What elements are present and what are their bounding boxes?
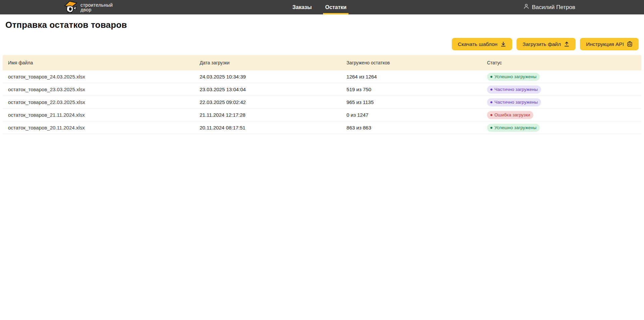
status-dot-icon — [490, 76, 492, 78]
logo-line2: двор — [80, 7, 92, 12]
logo[interactable]: строительный двор — [64, 0, 113, 14]
filename-cell: остаток_товаров_24.03.2025.xlsx — [3, 74, 194, 79]
status-label: Частично загружены — [494, 100, 538, 105]
user-menu[interactable]: Василий Петров — [523, 3, 575, 11]
top-bar-left: строительный двор — [0, 0, 288, 14]
upload-file-label: Загрузить файл — [523, 41, 561, 47]
col-header-filename: Имя файла — [3, 60, 194, 65]
status-dot-icon — [490, 127, 492, 129]
loaded-count-cell: 1264 из 1264 — [341, 74, 482, 79]
birdhouse-logo-icon — [64, 0, 78, 14]
status-label: Ошибка загрузки — [494, 112, 530, 117]
user-name: Василий Петров — [532, 4, 575, 11]
status-cell: Успешно загружены — [482, 73, 641, 81]
upload-file-button[interactable]: Загрузить файл — [517, 38, 576, 50]
status-cell: Ошибка загрузки — [482, 111, 641, 119]
status-badge: Частично загружены — [487, 98, 541, 106]
file-link[interactable]: остаток_товаров_21.11.2024.xlsx — [8, 112, 85, 118]
upload-date-cell: 24.03.2025 10:34:39 — [194, 74, 341, 79]
loaded-count-cell: 965 из 1135 — [341, 99, 482, 105]
loaded-count-cell: 863 из 863 — [341, 125, 482, 130]
status-dot-icon — [490, 114, 492, 116]
col-header-status: Статус — [482, 60, 641, 65]
status-dot-icon — [490, 89, 492, 91]
status-badge: Ошибка загрузки — [487, 111, 533, 119]
table-row: остаток_товаров_23.03.2025.xlsx 23.03.20… — [3, 83, 641, 96]
status-badge: Частично загружены — [487, 86, 541, 94]
api-instruction-button[interactable]: Инструкция API — [580, 38, 639, 50]
upload-date-cell: 23.03.2025 13:04:04 — [194, 87, 341, 92]
table-body: остаток_товаров_24.03.2025.xlsx 24.03.20… — [3, 70, 641, 134]
status-badge: Успешно загружены — [487, 73, 540, 81]
file-link[interactable]: остаток_товаров_23.03.2025.xlsx — [8, 87, 85, 92]
uploads-table: Имя файла Дата загрузки Загружено остатк… — [3, 55, 641, 134]
toolbar: Скачать шаблон Загрузить файл Инструкция… — [0, 30, 644, 55]
top-bar-right: Василий Петров — [351, 0, 644, 14]
file-link[interactable]: остаток_товаров_24.03.2025.xlsx — [8, 74, 85, 79]
nav-tab-stocks[interactable]: Остатки — [321, 0, 351, 14]
loaded-count-cell: 0 из 1247 — [341, 112, 482, 118]
table-header-row: Имя файла Дата загрузки Загружено остатк… — [3, 55, 641, 70]
top-bar: строительный двор Заказы Остатки Василий… — [0, 0, 644, 14]
upload-date-cell: 22.03.2025 09:02:42 — [194, 99, 341, 105]
status-label: Частично загружены — [494, 87, 538, 92]
filename-cell: остаток_товаров_21.11.2024.xlsx — [3, 112, 194, 118]
status-label: Успешно загружены — [494, 74, 536, 79]
status-badge: Успешно загружены — [487, 124, 540, 132]
download-template-label: Скачать шаблон — [458, 41, 497, 47]
status-dot-icon — [490, 101, 492, 103]
col-header-loaded-count: Загружено остатков — [341, 60, 482, 65]
status-label: Успешно загружены — [494, 125, 536, 130]
filename-cell: остаток_товаров_23.03.2025.xlsx — [3, 87, 194, 92]
table-row: остаток_товаров_21.11.2024.xlsx 21.11.20… — [3, 109, 641, 121]
col-header-upload-date: Дата загрузки — [194, 60, 341, 65]
table-row: остаток_товаров_20.11.2024.xlsx 20.11.20… — [3, 121, 641, 134]
person-icon — [523, 3, 529, 11]
download-template-button[interactable]: Скачать шаблон — [452, 38, 512, 50]
download-icon — [500, 41, 506, 47]
logo-text: строительный двор — [80, 3, 113, 12]
status-cell: Успешно загружены — [482, 124, 641, 132]
loaded-count-cell: 519 из 750 — [341, 87, 482, 92]
upload-icon — [564, 41, 570, 47]
status-cell: Частично загружены — [482, 98, 641, 106]
filename-cell: остаток_товаров_20.11.2024.xlsx — [3, 125, 194, 130]
filename-cell: остаток_товаров_22.03.2025.xlsx — [3, 99, 194, 105]
upload-date-cell: 21.11.2024 12:17:28 — [194, 112, 341, 118]
file-link[interactable]: остаток_товаров_20.11.2024.xlsx — [8, 125, 85, 130]
main-nav: Заказы Остатки — [288, 0, 351, 14]
upload-date-cell: 20.11.2024 08:17:51 — [194, 125, 341, 130]
code-clipboard-icon — [627, 41, 633, 47]
table-row: остаток_товаров_22.03.2025.xlsx 22.03.20… — [3, 96, 641, 109]
nav-tab-orders[interactable]: Заказы — [288, 0, 316, 14]
table-row: остаток_товаров_24.03.2025.xlsx 24.03.20… — [3, 70, 641, 83]
status-cell: Частично загружены — [482, 86, 641, 94]
file-link[interactable]: остаток_товаров_22.03.2025.xlsx — [8, 99, 85, 105]
page-title: Отправка остатков товаров — [0, 14, 644, 30]
api-instruction-label: Инструкция API — [586, 41, 624, 47]
